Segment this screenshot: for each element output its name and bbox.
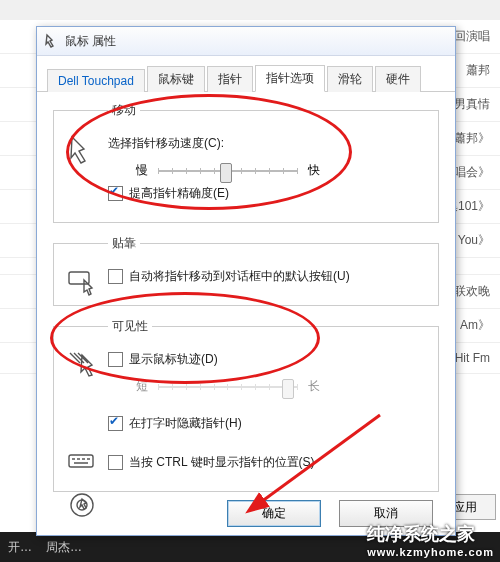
hide-typing-label: 在打字时隐藏指针(H) [129,415,242,432]
ctrl-locate-label: 当按 CTRL 键时显示指针的位置(S) [129,454,315,471]
pointer-trail-checkbox[interactable]: 显示鼠标轨迹(D) [108,351,428,368]
motion-legend: 移动 [108,102,140,119]
trail-label: 显示鼠标轨迹(D) [129,351,218,368]
watermark-url: www.kzmyhome.com [367,546,494,558]
slider-thumb[interactable] [220,163,232,183]
tab-buttons[interactable]: 鼠标键 [147,66,205,92]
svg-rect-1 [69,455,93,467]
apply-label: 应用 [453,499,477,516]
watermark: 纯净系统之家 www.kzmyhome.com [367,522,494,558]
motion-group: 移动 选择指针移动速度(C): 慢 快 提高指针精确度(E) [53,102,439,223]
speed-label: 选择指针移动速度(C): [108,135,428,152]
visibility-legend: 可见性 [108,318,152,335]
tab-wheel[interactable]: 滑轮 [327,66,373,92]
snap-to-icon [66,266,98,298]
tab-pointers[interactable]: 指针 [207,66,253,92]
checkbox-icon [108,455,123,470]
hide-while-typing-checkbox[interactable]: 在打字时隐藏指针(H) [108,415,428,432]
tab-dell-touchpad[interactable]: Dell Touchpad [47,69,145,92]
ok-button[interactable]: 确定 [227,500,321,527]
visibility-group: 可见性 显示鼠标轨迹(D) 短 长 [53,318,439,492]
slider-thumb [282,379,294,399]
pointer-speed-slider[interactable]: 慢 快 [136,162,428,179]
tab-strip: Dell Touchpad 鼠标键 指针 指针选项 滑轮 硬件 [37,56,455,92]
fast-label: 快 [308,162,320,179]
watermark-text: 纯净系统之家 [367,524,475,544]
player-text: 周杰… [46,539,82,556]
trail-length-slider: 短 长 [136,378,428,395]
long-label: 长 [308,378,320,395]
pointer-speed-icon [66,133,98,165]
precision-label: 提高指针精确度(E) [129,185,229,202]
slow-label: 慢 [136,162,148,179]
tab-hardware[interactable]: 硬件 [375,66,421,92]
tab-pointer-options[interactable]: 指针选项 [255,65,325,92]
snap-legend: 贴靠 [108,235,140,252]
snap-label: 自动将指针移动到对话框中的默认按钮(U) [129,268,350,285]
snap-group: 贴靠 自动将指针移动到对话框中的默认按钮(U) [53,235,439,306]
hide-typing-icon [66,445,98,477]
checkbox-icon [108,352,123,367]
checkbox-icon [108,416,123,431]
mouse-icon [43,33,59,49]
dialog-title: 鼠标 属性 [65,33,116,50]
enhance-precision-checkbox[interactable]: 提高指针精确度(E) [108,185,428,202]
titlebar[interactable]: 鼠标 属性 [37,27,455,56]
short-label: 短 [136,378,148,395]
player-text: 开… [8,539,32,556]
checkbox-icon [108,186,123,201]
checkbox-icon [108,269,123,284]
pointer-trail-icon [66,349,98,381]
ctrl-locate-checkbox[interactable]: 当按 CTRL 键时显示指针的位置(S) [108,454,428,471]
snap-to-checkbox[interactable]: 自动将指针移动到对话框中的默认按钮(U) [108,268,428,285]
mouse-properties-dialog: 鼠标 属性 Dell Touchpad 鼠标键 指针 指针选项 滑轮 硬件 移动… [36,26,456,536]
